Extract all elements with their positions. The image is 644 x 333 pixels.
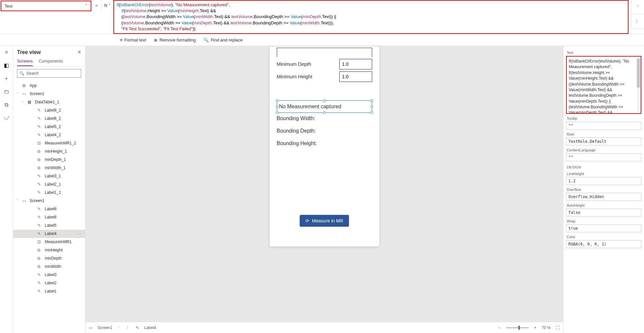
find-replace-button[interactable]: 🔍Find and replace <box>203 38 243 42</box>
tree-node-App[interactable]: ⊞App <box>13 82 85 90</box>
scrollbar[interactable] <box>637 59 640 111</box>
hamburger-icon[interactable]: ≡ <box>4 49 10 55</box>
tree-node-Label8_2[interactable]: ✎Label8_2 <box>13 106 85 115</box>
resize-handle[interactable] <box>370 99 373 102</box>
equals-sign: = <box>92 0 101 11</box>
resize-handle[interactable] <box>323 99 326 102</box>
tree-node-MeasureInMR1_2[interactable]: ⊡MeasureInMR1_2 <box>13 139 85 147</box>
min-height-input[interactable] <box>339 71 372 82</box>
control-breadcrumb[interactable]: Label4 <box>144 325 156 330</box>
screen-breadcrumb[interactable]: Screen1 <box>98 325 112 330</box>
fit-icon[interactable]: ⛶ <box>556 325 560 330</box>
prop-autoheight-value[interactable]: false <box>566 209 641 217</box>
node-type-icon: ✎ <box>37 190 43 195</box>
node-type-icon: ▦ <box>28 100 33 104</box>
node-label: Label6 <box>45 215 57 219</box>
formula-editor[interactable]: If(IsBlankOrError(testVolume), "No Measu… <box>113 0 629 34</box>
tree-node-minHeight_1[interactable]: ⧉minHeight_1 <box>13 147 85 156</box>
prop-tooltip-value[interactable]: "" <box>566 122 641 130</box>
node-label: MeasureInMR1_2 <box>45 141 76 145</box>
node-label: minHeight <box>45 248 62 252</box>
format-text-button[interactable]: ≡Format text <box>120 38 146 42</box>
prop-role-label: Role <box>567 132 641 136</box>
tab-screens[interactable]: Screens <box>17 57 33 66</box>
tree-node-Label3_1[interactable]: ✎Label3_1 <box>13 172 85 180</box>
min-height-label: Minimum Height <box>277 74 339 79</box>
tree-node-DataTable1_1[interactable]: ›▦DataTable1_1 <box>13 98 85 106</box>
bounding-width-label: Bounding Width: <box>277 115 315 121</box>
slider-thumb[interactable] <box>518 326 520 330</box>
tree-node-Label4_2[interactable]: ✎Label4_2 <box>13 131 85 139</box>
resize-handle[interactable] <box>276 99 278 102</box>
property-dropdown[interactable]: Text ˅ <box>1 1 91 11</box>
tree-node-minWidth_1[interactable]: ⧉minWidth_1 <box>13 164 85 172</box>
layers-icon[interactable]: ◧ <box>4 63 10 68</box>
tree-node-Label6[interactable]: ✎Label6 <box>13 213 85 221</box>
tree-node-Label2[interactable]: ✎Label2 <box>13 279 85 287</box>
data-icon[interactable]: 🗀 <box>4 89 10 95</box>
tools-icon[interactable]: ࿚ <box>4 115 10 121</box>
node-type-icon: ⧉ <box>37 248 43 252</box>
tree-search-input[interactable]: 🔍 Search <box>17 69 81 78</box>
prop-wrap-value[interactable]: true <box>566 224 641 232</box>
selected-label-control[interactable]: No Measurement captured <box>277 100 372 113</box>
measure-in-mr-button[interactable]: ⟳ Measure in MR <box>299 215 349 227</box>
add-icon[interactable]: + <box>4 76 10 82</box>
tree-node-Label2_1[interactable]: ✎Label2_1 <box>13 180 85 189</box>
media-icon[interactable]: ⧉ <box>4 102 10 108</box>
min-depth-input[interactable] <box>339 59 372 69</box>
resize-handle[interactable] <box>370 105 373 108</box>
properties-panel: Text If(IsBlankOrError(testVolume), "No … <box>563 46 644 333</box>
fx-label: fx <box>104 3 107 8</box>
prop-lineheight-value[interactable]: 1.2 <box>566 177 641 185</box>
prop-lineheight-label: LineHeight <box>567 172 641 176</box>
zoom-out-button[interactable]: − <box>498 325 501 330</box>
prop-overflow-value[interactable]: Overflow.Hidden <box>566 193 641 201</box>
prop-text-value[interactable]: If(IsBlankOrError(testVolume), "No Measu… <box>566 56 641 114</box>
tree-node-Screen2[interactable]: ˅▭Screen2 <box>13 90 85 98</box>
prop-role-value[interactable]: TextRole.Default <box>566 138 641 145</box>
node-label: Label5_2 <box>45 124 61 129</box>
tree-node-minHeight[interactable]: ⧉minHeight <box>13 246 85 254</box>
measure-in-mr-label: Measure in MR <box>312 218 343 223</box>
tree-node-minDepth[interactable]: ⧉minDepth <box>13 254 85 263</box>
node-type-icon: ✎ <box>37 207 43 211</box>
resize-handle[interactable] <box>276 105 278 108</box>
resize-handle[interactable] <box>370 111 373 114</box>
collapse-formula-button[interactable]: ˄ <box>632 0 644 14</box>
tree-node-Label3[interactable]: ✎Label3 <box>13 271 85 279</box>
node-type-icon: ▭ <box>22 91 28 96</box>
node-type-icon: ▭ <box>22 198 28 203</box>
prop-lang-value[interactable]: "" <box>566 153 641 161</box>
remove-formatting-button[interactable]: ≣Remove formatting <box>154 38 196 42</box>
tree-node-Label4[interactable]: ✎Label4··· <box>13 230 85 238</box>
tree-node-Label5[interactable]: ✎Label5 <box>13 221 85 230</box>
tree-node-minDepth_1[interactable]: ⧉minDepth_1 <box>13 156 85 164</box>
prop-overflow-label: Overflow <box>567 188 641 192</box>
tree-node-Label1[interactable]: ✎Label1 <box>13 287 85 295</box>
expand-formula-button[interactable]: 〉 <box>632 14 644 29</box>
node-type-icon: ✎ <box>37 289 43 294</box>
tree-node-Label8[interactable]: ✎Label8 <box>13 205 85 213</box>
tree-node-Label1_1[interactable]: ✎Label1_1 <box>13 189 85 197</box>
more-icon[interactable]: ··· <box>78 231 82 236</box>
fx-button[interactable]: fx ˅ <box>101 0 113 11</box>
node-label: Label6_2 <box>45 116 61 121</box>
scrollbar-thumb[interactable] <box>637 59 640 88</box>
zoom-slider[interactable] <box>506 327 529 328</box>
search-placeholder: Search <box>26 71 39 76</box>
zoom-in-button[interactable]: + <box>534 325 537 330</box>
tree-view-panel: Tree view ✕ Screens Components 🔍 Search … <box>13 46 85 333</box>
tab-components[interactable]: Components <box>39 57 63 66</box>
tree-node-Screen1[interactable]: ˅▭Screen1 <box>13 197 85 205</box>
tree-node-MeasureInMR1[interactable]: ⊡MeasureInMR1 <box>13 238 85 246</box>
close-icon[interactable]: ✕ <box>78 50 81 55</box>
tree-node-Label5_2[interactable]: ✎Label5_2 <box>13 123 85 131</box>
prop-color-value[interactable]: RGBA(0, 0, 0, 1) <box>566 240 641 248</box>
node-label: Label8 <box>45 207 57 211</box>
tree-node-minWidth[interactable]: ⧉minWidth <box>13 263 85 271</box>
resize-handle[interactable] <box>276 111 278 114</box>
resize-handle[interactable] <box>323 111 326 114</box>
left-rail: ≡ ◧ + 🗀 ⧉ ࿚ <box>0 46 13 333</box>
tree-node-Label6_2[interactable]: ✎Label6_2 <box>13 115 85 123</box>
